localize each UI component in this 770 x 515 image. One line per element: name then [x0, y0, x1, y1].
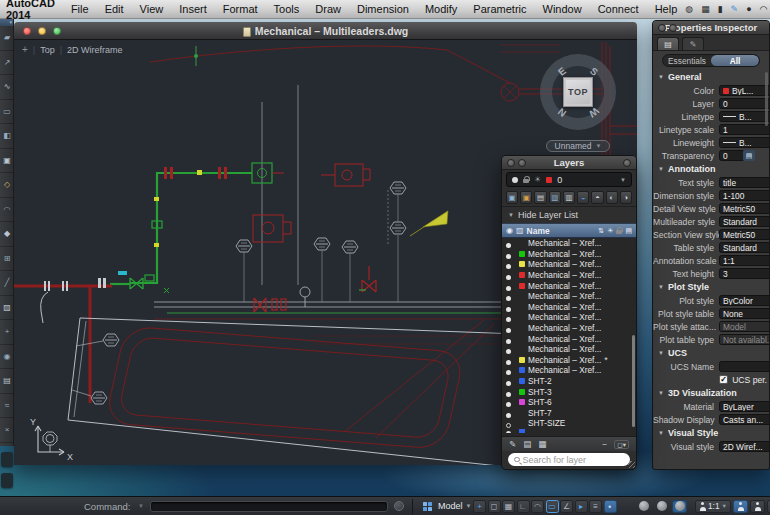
property-value-field[interactable]: Not availabl...	[719, 334, 769, 345]
menu-modify[interactable]: Modify	[425, 3, 457, 15]
layer-color-swatch[interactable]	[519, 429, 525, 433]
layer-row[interactable]: Mechanical – Xref...	[502, 312, 636, 323]
viewcube-top-face[interactable]: TOP	[563, 77, 593, 107]
layer-row[interactable]: Mechanical – Xref...	[502, 333, 636, 344]
layer-off-icon[interactable]	[506, 423, 511, 428]
command-input[interactable]	[150, 501, 388, 512]
annotation-scale-button[interactable]: 1:1▼	[695, 500, 731, 513]
right-angle-toggle[interactable]: ∟	[517, 500, 530, 513]
app-menu[interactable]: AutoCAD 2014	[6, 0, 55, 21]
draw-tool-icon[interactable]: ∿	[0, 75, 14, 100]
command-history-chevron[interactable]: ▼	[138, 503, 144, 509]
menu-dimension[interactable]: Dimension	[357, 3, 409, 15]
layer-tool-icon[interactable]: ▣	[506, 191, 518, 204]
properties-scrollbar[interactable]	[765, 72, 768, 126]
property-value-field[interactable]: 1	[719, 124, 769, 135]
display-icon[interactable]: ▦	[701, 5, 710, 14]
hide-layer-list-toggle[interactable]: ▼ Hide Layer List	[502, 207, 636, 223]
menu-parametric[interactable]: Parametric	[473, 3, 526, 15]
viewport-menu-button[interactable]: +	[22, 44, 28, 55]
annotation-visibility-button[interactable]	[733, 500, 748, 513]
disc-icon[interactable]: ●	[746, 5, 751, 14]
model-space-button[interactable]: Model▼	[438, 501, 471, 511]
property-value-field[interactable]: Standard	[719, 242, 769, 253]
lineweight-toggle[interactable]: ≡	[589, 500, 602, 513]
section-header-annotation[interactable]: ▼Annotation	[653, 162, 769, 176]
menu-insert[interactable]: Insert	[179, 3, 207, 15]
properties-close-button[interactable]	[658, 24, 666, 32]
section-header-ucs[interactable]: ▼UCS	[653, 346, 769, 360]
property-value-field[interactable]: 1-100	[719, 190, 769, 201]
record-button[interactable]	[394, 501, 404, 511]
navigation-globe-button[interactable]	[672, 500, 687, 513]
layer-row[interactable]: SHT-3	[502, 386, 636, 397]
draw-tool-icon[interactable]: +	[0, 320, 14, 345]
remove-layer-button[interactable]: −	[602, 439, 607, 449]
layers-scrollbar[interactable]	[632, 335, 636, 427]
layer-tool-icon[interactable]: ▤	[534, 191, 546, 204]
draw-tool-icon[interactable]: ◉	[0, 345, 14, 370]
book-icon[interactable]: ▮	[718, 5, 723, 14]
draw-tool-icon[interactable]: ▣	[0, 149, 14, 174]
pen-icon[interactable]: ✎	[731, 5, 739, 14]
property-value-field[interactable]	[719, 361, 769, 372]
layer-row[interactable]: Mechanical – Xref...	[502, 249, 636, 260]
wifi-icon[interactable]: ◠	[760, 5, 768, 14]
layer-tool-icon[interactable]: ▥	[563, 191, 575, 204]
layer-row[interactable]: Mechanical – Xref...	[502, 238, 636, 249]
draw-tool-icon[interactable]: ╱	[0, 271, 14, 296]
menu-file[interactable]: File	[71, 3, 89, 15]
property-value-field[interactable]: 3	[719, 268, 769, 279]
view-name-pill[interactable]: Unnamed▼	[546, 140, 610, 152]
layer-color-swatch[interactable]	[519, 389, 525, 395]
layer-row[interactable]: Mechanical – Xref...	[502, 291, 636, 302]
layers-collapse-button[interactable]	[518, 159, 526, 167]
tab-quick-select[interactable]: ✎	[682, 37, 704, 50]
tab-properties[interactable]: ▤	[657, 37, 679, 50]
angle-toggle[interactable]: ∠	[560, 500, 573, 513]
draw-tool-icon[interactable]: ≈	[0, 394, 14, 419]
dock-item[interactable]	[1, 452, 13, 467]
snap-toggle[interactable]: +	[473, 500, 486, 513]
print-column-icon[interactable]: ▤	[625, 227, 632, 235]
layer-tool-icon[interactable]: ◓	[591, 191, 603, 204]
layer-color-swatch[interactable]	[519, 378, 525, 384]
layer-tool-icon[interactable]: ◐	[606, 191, 618, 204]
layout-grid-icon[interactable]	[423, 502, 432, 511]
segment-all[interactable]: All	[711, 55, 759, 66]
section-header-visual-style[interactable]: ▼Visual Style	[653, 426, 769, 440]
layer-row[interactable]: Mechanical – Xref...	[502, 259, 636, 270]
viewport-style-label[interactable]: 2D Wireframe	[67, 45, 123, 55]
layer-color-swatch[interactable]	[519, 272, 525, 278]
window-titlebar[interactable]: Mechanical – Multileaders.dwg	[14, 22, 637, 40]
property-value-field[interactable]: 2D Wiref...	[719, 441, 769, 452]
layer-color-swatch[interactable]	[519, 399, 525, 405]
dock-item[interactable]	[1, 473, 13, 488]
layer-row[interactable]: Mechanical – Xref...*	[502, 355, 636, 366]
sort-icon[interactable]: ⇅	[598, 227, 604, 235]
menu-edit[interactable]: Edit	[105, 3, 124, 15]
menu-window[interactable]: Window	[543, 3, 582, 15]
draw-tool-icon[interactable]: ▤	[0, 369, 14, 394]
draw-tool-icon[interactable]: ◠	[0, 198, 14, 223]
property-value-field[interactable]: Metric50	[719, 229, 769, 240]
property-value-field[interactable]: Model	[719, 321, 769, 332]
grid-toggle[interactable]: ▦	[502, 500, 515, 513]
property-value-field[interactable]: None	[719, 308, 769, 319]
edit-icon[interactable]: ✎	[509, 439, 516, 449]
menu-format[interactable]: Format	[223, 3, 258, 15]
layer-row[interactable]: SHT-7	[502, 408, 636, 419]
segment-essentials[interactable]: Essentials	[663, 55, 711, 66]
draw-tool-icon[interactable]: ⊞	[0, 247, 14, 272]
layer-row[interactable]: SHT-SIZE	[502, 418, 636, 429]
property-value-field[interactable]: title	[719, 177, 769, 188]
ucs-per-object-checkbox[interactable]: ✓UCS per.	[719, 375, 767, 385]
draw-tool-icon[interactable]: ▨	[0, 296, 14, 321]
layer-search-field[interactable]: Search for layer	[508, 453, 630, 466]
draw-tool-icon[interactable]: ↗	[0, 51, 14, 76]
draw-tool-icon[interactable]: ×	[0, 418, 14, 443]
draw-tool-icon[interactable]: ◇	[0, 173, 14, 198]
zoom-button[interactable]	[654, 500, 669, 513]
layer-color-swatch[interactable]	[519, 357, 525, 363]
property-value-field[interactable]: Casts an...	[719, 414, 769, 425]
